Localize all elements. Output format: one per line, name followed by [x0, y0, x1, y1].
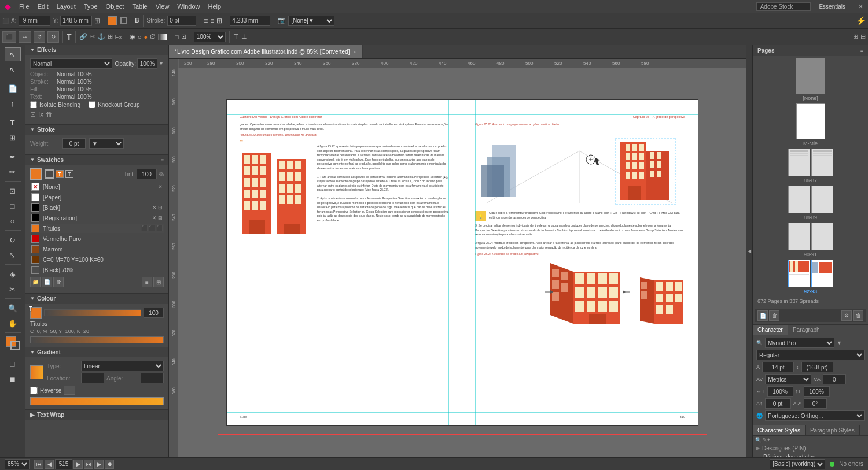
arrange-btn[interactable]: ⬛	[2, 31, 16, 43]
no-fill-icon[interactable]: ∅	[150, 33, 156, 40]
gradient-reverse-checkbox[interactable]	[30, 387, 38, 394]
text-wrap-header[interactable]: ▶ Text Wrap	[25, 410, 168, 420]
stroke-weight-field[interactable]	[62, 138, 86, 149]
pages-settings-btn[interactable]: ⚙	[841, 310, 852, 321]
align-top[interactable]: ⊤	[233, 33, 239, 40]
page-number-input[interactable]	[55, 459, 72, 469]
swatch-black70[interactable]: [Black] 70%	[30, 265, 164, 275]
opacity-input[interactable]	[137, 58, 157, 69]
align-right-icon[interactable]: ⊞	[216, 17, 222, 25]
swatch-none[interactable]: ✕ [None] ✕	[30, 182, 164, 191]
swatch-registration[interactable]: [Registration] ✕ ⊞	[30, 213, 164, 223]
menu-help[interactable]: Help	[208, 3, 221, 10]
spread-icon[interactable]: ⊟	[860, 33, 866, 40]
preview-mode[interactable]: ◼	[5, 372, 21, 386]
page-93-thumb[interactable]	[811, 260, 833, 287]
zoom-tool[interactable]: 🔍	[5, 301, 21, 315]
font-style-select[interactable]: Regular	[756, 350, 865, 360]
skew-input[interactable]	[804, 398, 827, 409]
normal-mode[interactable]: □	[5, 357, 21, 371]
pages-menu-icon[interactable]: ≡	[860, 48, 863, 54]
fill-swatch-active[interactable]	[30, 168, 42, 180]
gradient-location-input[interactable]	[81, 373, 104, 383]
style-group-descrições[interactable]: ▶ Descrições (PIN)	[753, 444, 868, 453]
cut-icon[interactable]: ✂	[90, 33, 95, 40]
rect-frame-tool[interactable]: ⊡	[5, 184, 21, 198]
swatch-marrom[interactable]: Marrom	[30, 245, 164, 254]
y-input[interactable]	[60, 16, 92, 26]
grid-view-btn[interactable]: ⊞	[153, 277, 164, 287]
next-page-btn[interactable]: ▶	[73, 460, 83, 469]
more-icon[interactable]: ⊞	[853, 33, 858, 40]
page-92-thumb[interactable]	[788, 260, 810, 287]
menu-edit[interactable]: Edit	[38, 3, 49, 10]
scale-tool[interactable]: ⤡	[5, 248, 21, 262]
swatches-header[interactable]: ▼ Swatches ≡	[25, 155, 168, 165]
scissors-tool[interactable]: ✂	[5, 282, 21, 296]
x-input[interactable]	[19, 16, 50, 26]
page-90-thumb[interactable]	[788, 223, 810, 250]
fill-mode[interactable]: ◉	[130, 33, 135, 40]
stroke-swatch-active[interactable]	[45, 169, 54, 179]
tab-character[interactable]: Character	[753, 325, 788, 335]
select-tool[interactable]: ↖	[5, 47, 21, 61]
menu-layout[interactable]: Layout	[57, 3, 76, 10]
pages-header[interactable]: Pages ≡	[753, 45, 868, 56]
knockout-group-checkbox[interactable]	[89, 101, 95, 108]
swatches-menu-icon[interactable]: ≡	[161, 157, 164, 163]
rect-tool[interactable]: □	[5, 199, 21, 213]
page-88-thumb[interactable]	[788, 186, 810, 213]
colour-value-input[interactable]	[144, 308, 164, 318]
page-89-thumb[interactable]	[811, 186, 833, 213]
essentials-select[interactable]: Essentials	[819, 3, 845, 10]
font-size-input[interactable]	[762, 362, 794, 372]
tint-input[interactable]	[137, 169, 157, 179]
text-frame-icon[interactable]: T	[67, 32, 72, 42]
fill-stroke-indicator[interactable]	[5, 335, 21, 351]
colour-slider[interactable]	[44, 309, 141, 316]
color-icon[interactable]: ●	[144, 34, 148, 40]
tracking-input[interactable]	[823, 374, 846, 384]
effects-header[interactable]: ▼ Effects	[25, 45, 168, 55]
page-87-thumb[interactable]	[811, 149, 833, 176]
scale-v-input[interactable]	[804, 386, 830, 397]
tab-char-styles[interactable]: Character Styles	[753, 425, 806, 435]
gradient-tool[interactable]: ◈	[5, 267, 21, 281]
kerning-select[interactable]: Metrics	[765, 374, 811, 384]
styles-add-icon[interactable]: ✎+	[763, 437, 770, 443]
swatch-new-group-btn[interactable]: 📁	[30, 277, 41, 287]
play-btn[interactable]: ▶	[94, 460, 104, 469]
table-tool[interactable]: ⊞	[5, 131, 21, 145]
document-tab[interactable]: *Livro Design Gráfico com Adobe Illustra…	[169, 45, 363, 58]
menu-object[interactable]: Object	[106, 3, 124, 10]
prev-page-btn[interactable]: ◀	[45, 460, 54, 469]
t-icon-1[interactable]: T	[56, 170, 64, 178]
page-tool[interactable]: 📄	[5, 82, 21, 95]
frame-icon[interactable]: ⊞	[108, 33, 113, 40]
t-icon-2[interactable]: T	[65, 170, 73, 178]
swatch-black[interactable]: [Black] ✕ ⊞	[30, 203, 164, 212]
zoom-status-select[interactable]: 85%	[5, 459, 30, 469]
stroke-header[interactable]: ▼ Stroke	[25, 125, 168, 135]
text-tool[interactable]: T	[5, 116, 21, 129]
pen-tool[interactable]: ✒	[5, 150, 21, 164]
font-search-down[interactable]: ▼	[837, 340, 842, 346]
gradient-header[interactable]: ▼ Gradient	[25, 347, 168, 357]
page-91-thumb[interactable]	[811, 223, 833, 250]
gradient-reverse-btn[interactable]	[64, 386, 75, 395]
pages-new-btn[interactable]: 📄	[757, 310, 768, 321]
gradient-type-select[interactable]: Linear	[81, 361, 164, 371]
view-preview[interactable]: ⊡	[181, 33, 186, 40]
menu-window[interactable]: Window	[177, 3, 200, 10]
record-btn[interactable]: ⏺	[105, 460, 114, 469]
swatch-vermelho[interactable]: Vermelho Puro	[30, 234, 164, 243]
colour-fill-swatch[interactable]: T	[30, 307, 42, 319]
rotate-tool[interactable]: ↻	[5, 233, 21, 247]
menu-view[interactable]: View	[156, 3, 170, 10]
swatch-new-btn[interactable]: 📄	[42, 277, 52, 287]
list-view-btn[interactable]: ≡	[142, 277, 152, 287]
scale-h-input[interactable]	[767, 386, 793, 397]
align-bottom[interactable]: ⊥	[241, 33, 247, 40]
fx-trash-icon[interactable]: 🗑	[46, 110, 53, 119]
first-page-btn[interactable]: ⏮	[34, 460, 43, 469]
